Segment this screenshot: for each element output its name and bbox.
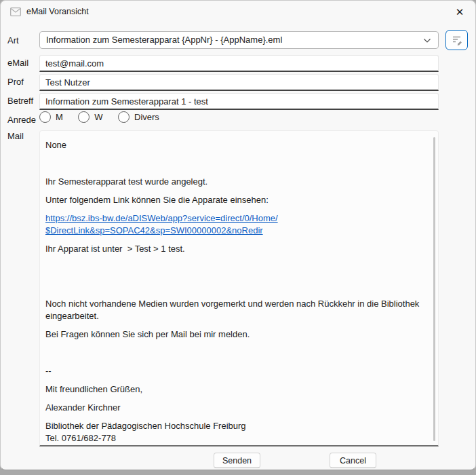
- title-bar: eMail Voransicht ✕: [1, 1, 475, 23]
- art-template-combobox[interactable]: Information zum Semesterapparat {AppNr} …: [39, 31, 439, 49]
- chevron-down-icon: [423, 37, 431, 44]
- send-button[interactable]: Senden: [214, 453, 260, 468]
- email-preview-dialog: eMail Voransicht ✕ Art Information zum S…: [0, 0, 476, 470]
- window-title: eMail Voransicht: [26, 7, 89, 16]
- email-field[interactable]: [39, 55, 439, 72]
- mail-paragraph: Ihr Apparat ist unter > Test > 1 test.: [45, 243, 427, 255]
- radio-option-m[interactable]: M: [39, 111, 63, 123]
- radio-label: W: [94, 112, 102, 122]
- mail-paragraph: https://bsz.ibs-bw.de/aDISWeb/app?servic…: [45, 212, 427, 237]
- mail-body-editor[interactable]: None Ihr Semesterapparat test wurde ange…: [39, 130, 439, 446]
- mail-paragraph: Bibliothek der Pädagogischen Hochschule …: [45, 420, 427, 444]
- close-icon[interactable]: ✕: [448, 3, 471, 22]
- scrollbar-thumb[interactable]: [433, 137, 435, 441]
- prof-label: Prof: [7, 77, 24, 87]
- mail-paragraph: Noch nicht vorhandene Medien wurden vorg…: [45, 298, 427, 322]
- mail-paragraph: Unter folgendem Link können Sie die Appa…: [45, 194, 427, 206]
- email-label: eMail: [7, 58, 28, 68]
- radio-option-divers[interactable]: Divers: [118, 111, 159, 123]
- edit-text-icon: [451, 34, 463, 46]
- radio-circle-icon[interactable]: [39, 111, 51, 123]
- radio-option-w[interactable]: W: [78, 111, 102, 123]
- anrede-radio-group: M W Divers: [39, 111, 172, 125]
- mail-paragraph: --: [45, 365, 427, 377]
- art-label: Art: [7, 35, 19, 45]
- anrede-label: Anrede: [7, 115, 36, 125]
- mail-paragraph: Ihr Semesterapparat test wurde angelegt.: [45, 176, 427, 188]
- radio-label: M: [56, 112, 63, 122]
- radio-circle-icon[interactable]: [78, 111, 90, 123]
- envelope-icon: [10, 7, 21, 16]
- mail-paragraph: None: [45, 139, 427, 151]
- mail-body: None Ihr Semesterapparat test wurde ange…: [45, 139, 427, 444]
- mail-paragraph: Bei Fragen können Sie sich per Mail bei …: [45, 328, 427, 341]
- cancel-button[interactable]: Cancel: [330, 453, 376, 468]
- art-selected-value: Information zum Semesterapparat {AppNr} …: [46, 35, 282, 45]
- betreff-field[interactable]: [39, 93, 439, 110]
- mail-paragraph: [45, 347, 427, 359]
- mail-paragraph: [45, 261, 427, 273]
- edit-template-button[interactable]: [445, 30, 468, 50]
- semesterapparat-link[interactable]: https://bsz.ibs-bw.de/aDISWeb/app?servic…: [45, 213, 278, 235]
- radio-label: Divers: [134, 112, 159, 122]
- radio-circle-icon[interactable]: [118, 111, 130, 123]
- prof-field[interactable]: [39, 74, 439, 91]
- betreff-label: Betreff: [7, 96, 33, 106]
- mail-paragraph: [45, 157, 427, 170]
- mail-paragraph: Alexander Kirchner: [45, 402, 427, 414]
- mail-paragraph: Mit freundlichen Grüßen,: [45, 383, 427, 396]
- mail-label: Mail: [7, 131, 24, 141]
- mail-paragraph: [45, 280, 427, 292]
